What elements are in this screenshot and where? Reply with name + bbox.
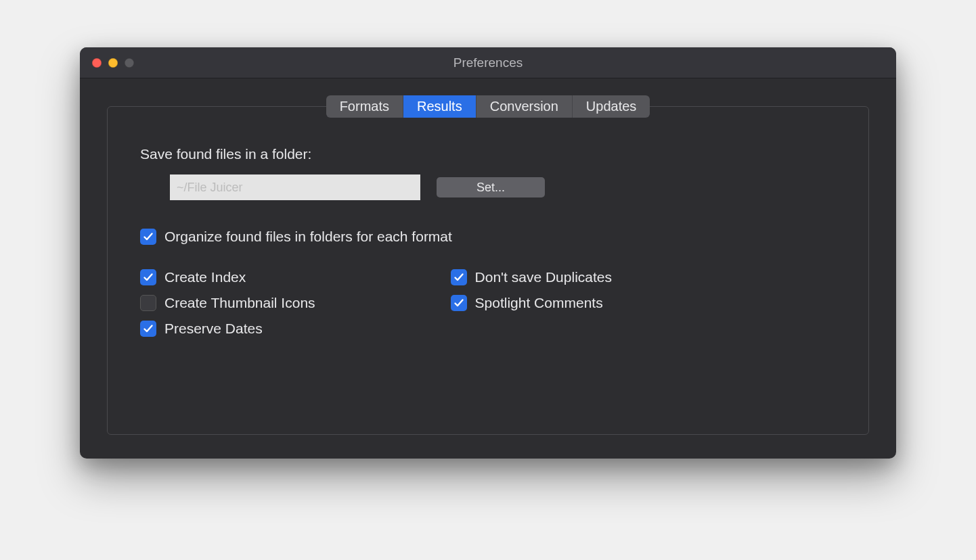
tab-formats[interactable]: Formats	[326, 95, 403, 118]
spotlight-label: Spotlight Comments	[475, 295, 603, 311]
check-icon	[143, 231, 154, 242]
set-button[interactable]: Set...	[437, 177, 545, 197]
tab-conversion[interactable]: Conversion	[476, 95, 573, 118]
check-icon	[143, 272, 154, 283]
traffic-lights	[80, 58, 134, 68]
zoom-icon	[125, 58, 134, 68]
checkbox-columns: Create Index Create Thumbnail Icons Pres…	[140, 269, 836, 346]
organize-checkbox[interactable]	[140, 229, 156, 245]
tab-results[interactable]: Results	[403, 95, 476, 118]
minimize-icon[interactable]	[108, 58, 118, 68]
checkbox-right-column: Don't save Duplicates Spotlight Comments	[451, 269, 612, 346]
create-index-checkbox[interactable]	[140, 269, 156, 285]
results-panel: Save found files in a folder: Set... Org…	[107, 106, 869, 435]
organize-label: Organize found files in folders for each…	[164, 229, 452, 245]
close-icon[interactable]	[92, 58, 102, 68]
folder-label: Save found files in a folder:	[140, 146, 836, 162]
window-title: Preferences	[80, 55, 896, 70]
create-index-label: Create Index	[164, 269, 246, 285]
tab-bar: Formats Results Conversion Updates	[107, 95, 869, 118]
titlebar: Preferences	[80, 47, 896, 78]
organize-row: Organize found files in folders for each…	[140, 229, 836, 245]
preserve-dates-checkbox[interactable]	[140, 321, 156, 337]
folder-input[interactable]	[170, 174, 420, 200]
no-duplicates-label: Don't save Duplicates	[475, 269, 612, 285]
tab-updates[interactable]: Updates	[573, 95, 650, 118]
preferences-window: Preferences Formats Results Conversion U…	[80, 47, 896, 459]
folder-controls: Set...	[170, 174, 836, 200]
create-thumbnail-checkbox[interactable]	[140, 295, 156, 311]
check-icon	[143, 323, 154, 334]
checkbox-left-column: Create Index Create Thumbnail Icons Pres…	[140, 269, 315, 346]
spotlight-checkbox[interactable]	[451, 295, 467, 311]
check-icon	[453, 298, 464, 308]
content-area: Formats Results Conversion Updates Save …	[80, 78, 896, 459]
segmented-control: Formats Results Conversion Updates	[326, 95, 650, 118]
no-duplicates-checkbox[interactable]	[451, 269, 467, 285]
preserve-dates-label: Preserve Dates	[164, 321, 263, 337]
check-icon	[453, 272, 464, 283]
create-thumbnail-label: Create Thumbnail Icons	[164, 295, 315, 311]
